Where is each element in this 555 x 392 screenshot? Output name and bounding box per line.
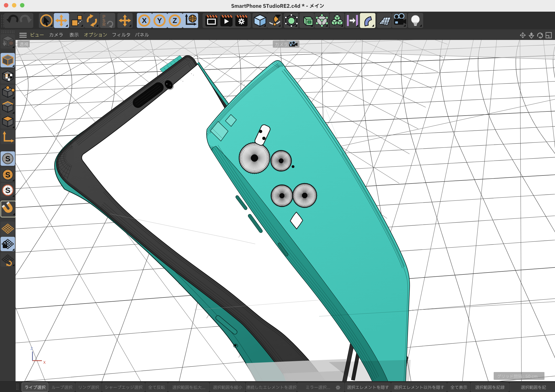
svg-text:R: R [102,22,106,27]
svg-text:Z: Z [173,16,177,25]
svg-text:S: S [5,170,11,179]
svg-text:S: S [5,186,11,195]
svg-text:S: S [5,154,11,163]
svg-text:X: X [142,16,147,25]
svg-text:Y: Y [157,16,162,25]
